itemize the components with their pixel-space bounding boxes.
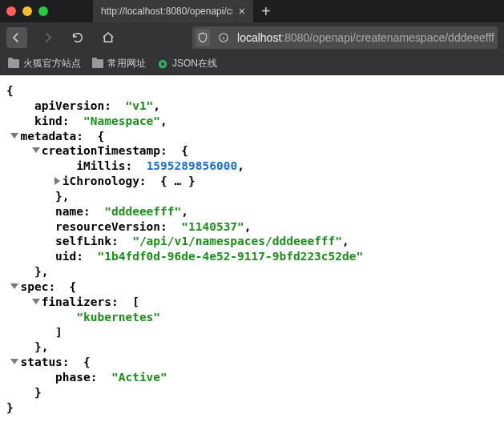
svg-point-2 (161, 62, 164, 65)
close-window-button[interactable] (6, 6, 16, 16)
url-path: :8080/openapi/createnamespace/dddeeefff (281, 31, 494, 44)
window-controls (6, 6, 48, 16)
tabs: http://localhost:8080/openapi/crea × + (93, 0, 279, 22)
json-line: }, (6, 340, 498, 355)
json-line: }, (6, 264, 498, 279)
json-line[interactable]: metadata: { (6, 129, 498, 144)
json-line[interactable]: "kubernetes" (6, 310, 498, 325)
json-line: ] (6, 325, 498, 340)
json-line[interactable]: iMillis: 1595289856000, (6, 159, 498, 174)
folder-icon (92, 59, 103, 68)
json-line[interactable]: uid: "1b4fdf0d-96de-4e52-9117-9bfd223c52… (6, 249, 498, 264)
json-viewer: { apiVersion: "v1", kind: "Namespace", m… (0, 75, 504, 424)
json-line[interactable]: phase: "Active" (6, 370, 498, 385)
bookmark-label: 火狐官方站点 (23, 57, 81, 70)
bookmark-json[interactable]: JSON在线 (157, 57, 217, 70)
home-button[interactable] (98, 27, 119, 48)
reload-button[interactable] (67, 27, 88, 48)
tab-strip: http://localhost:8080/openapi/crea × + (0, 0, 504, 22)
json-line[interactable]: iChronology: { … } (6, 174, 498, 189)
zoom-window-button[interactable] (38, 6, 48, 16)
close-tab-icon[interactable]: × (239, 6, 245, 17)
toolbar: localhost:8080/openapi/createnamespace/d… (0, 22, 504, 53)
json-line[interactable]: kind: "Namespace", (6, 114, 498, 129)
json-line[interactable]: status: { (6, 355, 498, 370)
bookmark-label: 常用网址 (107, 57, 146, 70)
bookmark-label: JSON在线 (172, 57, 217, 70)
bookmark-common[interactable]: 常用网址 (92, 57, 146, 70)
json-line: } (6, 385, 498, 400)
json-line[interactable]: finalizers: [ (6, 295, 498, 310)
gear-icon (157, 58, 168, 70)
json-line[interactable]: creationTimestamp: { (6, 143, 498, 159)
forward-button[interactable] (37, 27, 58, 48)
json-line[interactable]: apiVersion: "v1", (6, 98, 498, 114)
back-button[interactable] (6, 27, 27, 48)
json-line[interactable]: name: "dddeeefff", (6, 204, 498, 219)
bookmarks-bar: 火狐官方站点 常用网址 JSON在线 (0, 53, 504, 75)
json-line[interactable]: spec: { (6, 279, 498, 295)
url-text: localhost:8080/openapi/createnamespace/d… (237, 31, 494, 44)
shield-icon[interactable] (196, 29, 210, 46)
minimize-window-button[interactable] (22, 6, 32, 16)
json-line: } (6, 400, 498, 416)
folder-icon (8, 59, 19, 68)
new-tab-button[interactable]: + (253, 0, 279, 22)
info-icon[interactable] (216, 29, 231, 46)
json-line: }, (6, 189, 498, 204)
json-line: { (6, 83, 498, 98)
url-bar[interactable]: localhost:8080/openapi/createnamespace/d… (192, 26, 498, 49)
json-line[interactable]: resourceVersion: "1140537", (6, 219, 498, 235)
browser-tab[interactable]: http://localhost:8080/openapi/crea × (93, 0, 253, 22)
bookmark-firefox[interactable]: 火狐官方站点 (8, 57, 81, 70)
tab-title: http://localhost:8080/openapi/crea (101, 6, 232, 17)
json-line[interactable]: selfLink: "/api/v1/namespaces/dddeeefff"… (6, 234, 498, 249)
url-host: localhost (237, 31, 281, 44)
